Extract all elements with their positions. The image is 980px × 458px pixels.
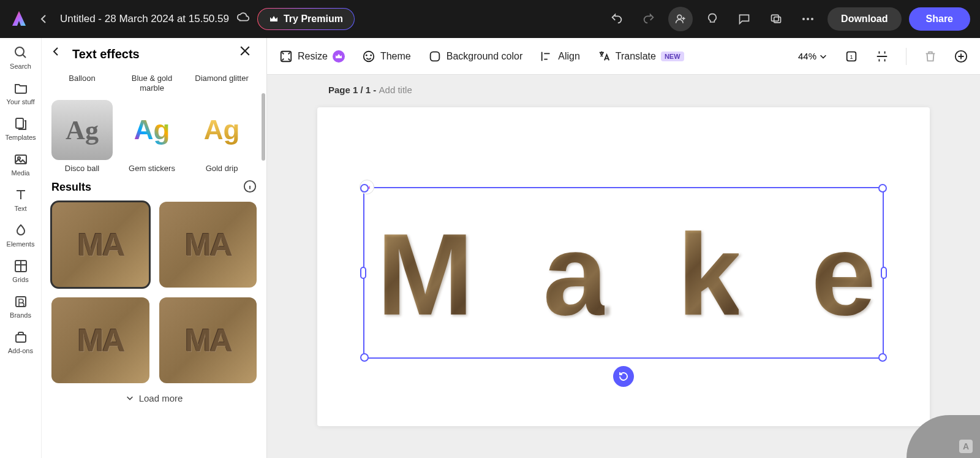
result-thumb-1[interactable]: MA [51,202,149,288]
panel-scrollbar[interactable] [262,93,265,161]
rail-item-grids[interactable]: Grids [2,259,39,283]
svg-point-16 [366,54,368,56]
context-toolbar: Resize Theme Background color Align Tran… [267,38,980,75]
tips-button[interactable] [700,7,725,31]
regenerate-button[interactable] [613,366,634,387]
panel-back-button[interactable] [51,47,66,61]
adobe-logo-icon: A [959,440,973,453]
effect-item-blue-gold-marble[interactable]: Blue & gold marble [121,70,183,93]
svg-rect-12 [16,335,26,342]
panel-close-button[interactable] [239,45,257,63]
present-button[interactable] [764,7,788,31]
top-bar: Untitled - 28 March 2024 at 15.50.59 Try… [0,0,980,38]
page-info[interactable]: Page 1 / 1 - Add title [267,75,980,95]
svg-point-15 [364,51,374,61]
more-menu-button[interactable] [796,7,820,31]
invite-people-button[interactable] [668,7,693,31]
effect-item-disco-ball[interactable]: AgDisco ball [51,100,113,174]
effect-item-gold-drip[interactable]: AgGold drip [191,100,252,174]
effect-item-gem-stickers[interactable]: AgGem stickers [121,100,183,174]
rail-item-brands[interactable]: Brands [2,294,39,319]
zoom-control[interactable]: 44% [798,51,827,61]
svg-text:1: 1 [850,53,853,59]
tool-resize[interactable]: Resize [279,50,345,63]
tool-translate[interactable]: Translate NEW [597,50,684,63]
left-rail: Search Your stuff Templates Media Text E… [0,38,42,458]
effect-item-balloon[interactable]: Balloon [51,70,113,93]
design-canvas[interactable]: Make [317,107,930,426]
resize-handle-tr[interactable] [878,184,887,193]
side-panel: Text effects Balloon Blue & gold marble … [42,38,267,458]
svg-point-3 [802,18,805,20]
panel-title: Text effects [72,47,233,61]
resize-handle-bl[interactable] [360,353,369,362]
document-title[interactable]: Untitled - 28 March 2024 at 15.50.59 [60,13,229,25]
svg-point-5 [811,18,813,20]
svg-point-0 [677,15,682,19]
undo-button[interactable] [605,7,629,31]
new-badge: NEW [661,52,684,61]
rail-item-templates[interactable]: Templates [2,116,39,141]
rail-item-addons[interactable]: Add-ons [2,330,39,354]
share-button[interactable]: Share [909,7,970,31]
try-premium-button[interactable]: Try Premium [257,8,355,30]
crown-icon [333,50,345,63]
result-thumb-4[interactable]: MA [159,297,257,383]
download-button[interactable]: Download [827,7,901,31]
try-premium-label: Try Premium [284,13,343,25]
tool-add-page[interactable] [954,50,968,63]
app-logo[interactable] [10,10,28,28]
canvas-text-element[interactable]: Make [377,200,873,348]
tool-fit-view[interactable] [875,50,889,63]
tool-theme[interactable]: Theme [362,50,411,63]
svg-point-4 [807,18,809,20]
resize-handle-mr[interactable] [881,267,887,279]
rail-item-search[interactable]: Search [2,45,39,70]
selection-box[interactable]: Make [363,187,884,359]
rail-item-media[interactable]: Media [2,152,39,177]
tool-background-color[interactable]: Background color [428,50,523,63]
results-title: Results [51,181,243,194]
rail-item-elements[interactable]: Elements [2,223,39,248]
comment-button[interactable] [732,7,756,31]
rail-item-your-stuff[interactable]: Your stuff [2,81,39,105]
canvas-area: Resize Theme Background color Align Tran… [267,38,980,458]
load-more-button[interactable]: Load more [51,383,257,413]
tool-pages-view[interactable]: 1 [845,50,858,63]
tool-align[interactable]: Align [540,50,580,63]
tool-delete[interactable] [924,50,937,63]
svg-rect-1 [772,15,779,21]
rail-item-text[interactable]: Text [2,188,39,212]
resize-handle-tl[interactable] [360,184,369,193]
result-thumb-2[interactable]: MA [159,202,257,288]
redo-button[interactable] [636,7,661,31]
svg-rect-18 [430,52,439,61]
effect-item-diamond-glitter[interactable]: Diamond glitter [191,70,252,93]
cloud-sync-icon[interactable] [236,11,250,27]
svg-rect-2 [774,17,781,23]
svg-rect-7 [16,118,23,128]
result-thumb-3[interactable]: MA [51,297,149,383]
svg-point-17 [370,54,372,56]
resize-handle-ml[interactable] [360,267,366,279]
results-info-icon[interactable] [243,180,257,196]
svg-point-6 [15,47,24,56]
resize-handle-br[interactable] [878,353,887,362]
back-button[interactable] [36,10,53,28]
